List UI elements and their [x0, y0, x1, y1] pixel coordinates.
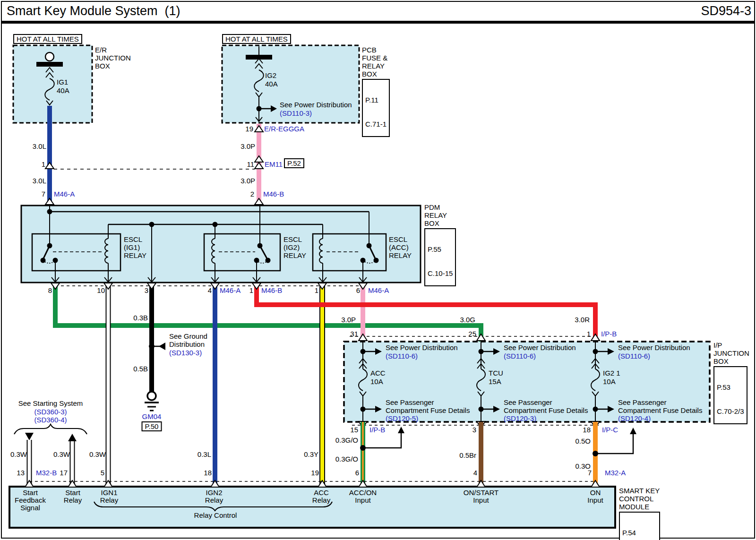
pdm-pin-10: 10	[97, 286, 105, 294]
ground-page-ref[interactable]: P.50	[142, 421, 162, 431]
pdm-name-2: RELAY	[424, 211, 447, 219]
mod-start-fb-2: Feedback	[15, 496, 46, 504]
er-junction-box-graphic	[13, 45, 92, 206]
see-power-dist-top-ref[interactable]: (SD110-3)	[280, 109, 312, 117]
pdm-conn-ref[interactable]: C.10-15	[428, 269, 453, 277]
module-pin-4: 4	[473, 469, 477, 477]
hot-at-all-times-label-left: HOT AT ALL TIMES	[13, 34, 82, 44]
gauge-03b: 0.3B	[133, 314, 148, 322]
ip2-see-power: See Power Distribution	[504, 343, 576, 351]
conn-m32a[interactable]: M32-A	[605, 469, 626, 477]
mod-start-relay-2: Relay	[64, 496, 82, 504]
pcb-box-name-2: FUSE &	[362, 54, 387, 62]
ip1-see-power: See Power Distribution	[386, 343, 458, 351]
gauge-30p-feed: 3.0P	[341, 316, 356, 324]
ip-pin-1: 1	[587, 330, 591, 338]
page-title: Smart Key Module System (1)	[7, 4, 180, 18]
starting-ref-1[interactable]: (SD360-3)	[34, 408, 67, 416]
ip1-pass-1: See Passenger	[386, 398, 434, 406]
relay3-label-1: ESCL	[389, 235, 407, 243]
gauge-03w-1: 0.3W	[10, 450, 27, 458]
pcb-box-name-3: RELAY	[362, 62, 385, 70]
fuse-tcu-name: TCU	[489, 369, 503, 377]
see-ground-ref[interactable]: (SD130-3)	[169, 349, 202, 357]
pin-15: 15	[350, 426, 358, 434]
relay2-label-3: RELAY	[284, 251, 306, 259]
pcb-box-ref[interactable]: P.11 C.71-1	[362, 79, 390, 137]
mod-ign1-2: Relay	[100, 496, 118, 504]
ip-conn-ref[interactable]: C.70-2/3	[717, 407, 744, 415]
pin-19: 19	[245, 125, 253, 133]
gauge-30l-b: 3.0L	[33, 177, 46, 185]
top-connector-row	[45, 126, 263, 205]
ip2-see-power-ref[interactable]: (SD110-6)	[504, 352, 536, 360]
ip3-pass-ref[interactable]: (SD120-4)	[618, 414, 651, 422]
conn-m32b[interactable]: M32-B	[36, 469, 57, 477]
ip2-pass-ref[interactable]: (SD120-3)	[504, 414, 536, 422]
pdm-pin-3: 3	[145, 286, 148, 294]
ip-ref[interactable]: P.53 C.70-2/3	[713, 366, 747, 424]
mod-start-fb-3: Signal	[20, 504, 40, 512]
relay2-label-2: (IG2)	[284, 243, 300, 251]
conn-em11[interactable]: EM11	[265, 160, 283, 168]
pdm-name-3: BOX	[424, 219, 439, 227]
pin-1-conn: 1	[42, 160, 45, 168]
conn-m46a-pin4[interactable]: M46-A	[220, 286, 241, 294]
gauge-30g: 3.0G	[460, 316, 475, 324]
pin-11: 11	[247, 160, 254, 168]
mod-onstart-1: ON/START	[464, 489, 498, 497]
pcb-page-ref[interactable]: P.11	[365, 96, 387, 104]
relay1-label-2: (IG1)	[124, 243, 140, 251]
conn-ipc[interactable]: I/P-C	[602, 426, 618, 434]
pcb-conn-ref[interactable]: C.71-1	[365, 120, 387, 128]
mod-ign1-1: IGN1	[101, 489, 117, 497]
ip1-pass-ref[interactable]: (SD120-5)	[386, 414, 418, 422]
conn-m46a-pin6[interactable]: M46-A	[368, 286, 389, 294]
ip3-see-power-ref[interactable]: (SD110-6)	[618, 352, 650, 360]
conn-m46a-top[interactable]: M46-A	[54, 190, 75, 198]
conn-ipb-top[interactable]: I/P-B	[601, 330, 617, 338]
ip-name-3: BOX	[713, 357, 729, 365]
conn-m46b-pin1[interactable]: M46-B	[261, 286, 282, 294]
fuse-tcu-amp: 15A	[489, 377, 501, 386]
module-page-ref[interactable]: P.54	[622, 529, 657, 537]
mod-start-fb-1: Start	[23, 489, 38, 497]
gauge-05br: 0.5Br	[459, 451, 476, 459]
module-name-1: SMART KEY	[619, 487, 660, 495]
ip-page-ref[interactable]: P.53	[717, 383, 744, 391]
relay3-label-2: (ACC)	[389, 243, 409, 251]
mod-start-relay-1: Start	[65, 489, 80, 497]
page-code: SD954-3	[701, 4, 751, 18]
conn-er-egggа[interactable]: E/R-EGGGA	[264, 125, 304, 133]
pdm-pin-8: 8	[48, 286, 52, 294]
pdm-pin-1-yellow: 1	[315, 286, 318, 294]
mod-onstart-2: Input	[473, 496, 489, 504]
em11-page-ref[interactable]: P.52	[284, 158, 304, 168]
module-pin-13: 13	[17, 469, 25, 477]
ip3-pass-1: See Passenger	[618, 398, 667, 406]
gauge-03go-b: 0.3G/O	[335, 455, 358, 463]
pdm-ref[interactable]: P.55 C.10-15	[424, 228, 456, 286]
see-starting-system: See Starting System	[18, 399, 83, 407]
module-ref[interactable]: P.54 C.10-10/11	[619, 512, 660, 540]
fuse-ig1-amp: 40A	[57, 86, 69, 94]
starting-ref-2[interactable]: (SD360-4)	[34, 416, 67, 424]
fuse-ig21-name: IG2 1	[603, 369, 620, 377]
gauge-30p-a: 3.0P	[241, 142, 255, 150]
pdm-name-1: PDM	[424, 203, 440, 211]
pdm-page-ref[interactable]: P.55	[428, 245, 453, 253]
conn-ipb-bot[interactable]: I/P-B	[369, 426, 385, 434]
conn-m46b-top[interactable]: M46-B	[263, 190, 284, 198]
ip1-see-power-ref[interactable]: (SD110-6)	[386, 352, 418, 360]
gauge-05o: 0.5O	[575, 437, 591, 445]
mod-on-1: ON	[590, 489, 601, 497]
fuse-acc-name: ACC	[370, 369, 386, 377]
mod-ign2-2: Relay	[205, 496, 223, 504]
ip-pin-25: 25	[468, 330, 476, 338]
relay-control-label: Relay Control	[194, 511, 237, 519]
pin-2: 2	[250, 190, 254, 198]
module-name-3: MODULE	[619, 503, 649, 511]
gauge-30r: 3.0R	[575, 316, 590, 324]
ground-id-gm04[interactable]: GM04	[142, 412, 162, 420]
wire-red	[257, 283, 595, 342]
